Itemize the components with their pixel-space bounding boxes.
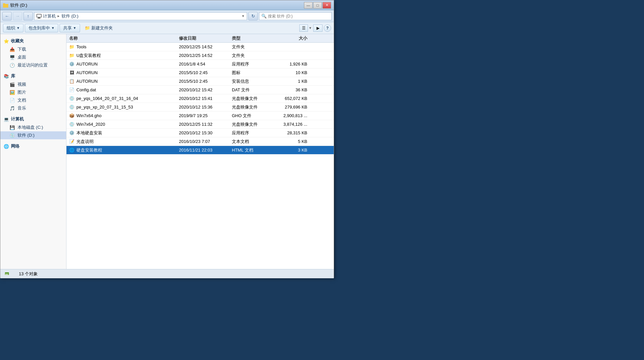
- file-date-cell: 2020/10/12 15:30: [179, 130, 232, 135]
- file-date-cell: 2020/10/12 15:41: [179, 96, 232, 101]
- table-row[interactable]: 📁 U盘安装教程 2020/12/25 14:52 文件夹: [66, 51, 334, 60]
- view-change-button[interactable]: ☰: [299, 24, 308, 32]
- organize-label: 组织: [7, 25, 15, 31]
- col-name-header[interactable]: 名称: [66, 35, 179, 41]
- col-size-header[interactable]: 大小: [272, 35, 311, 41]
- table-row[interactable]: 🌐 硬盘安装教程 2016/11/21 22:03 HTML 文档 3 KB: [66, 146, 334, 155]
- include-library-button[interactable]: 包含到库中 ▼: [25, 24, 58, 32]
- table-row[interactable]: ⚙️ AUTORUN 2016/1/8 4:54 应用程序 1,926 KB: [66, 60, 334, 68]
- file-name-cell: 📁 Tools: [66, 44, 179, 50]
- up-button[interactable]: ↑: [23, 12, 33, 21]
- refresh-button[interactable]: ↻: [248, 12, 258, 21]
- file-name-cell: ⚙️ 本地硬盘安装: [66, 130, 179, 136]
- path-drive-label: 软件 (D:): [62, 13, 78, 19]
- file-size-cell: 1,926 KB: [272, 62, 311, 67]
- back-button[interactable]: ←: [2, 12, 12, 21]
- video-label: 视频: [18, 81, 26, 87]
- file-name-label: Win7x64_2020: [76, 122, 105, 127]
- sidebar-item-documents[interactable]: 📄 文档: [0, 96, 66, 104]
- folder-icon: 📁: [69, 53, 74, 58]
- share-button[interactable]: 共享 ▼: [60, 24, 80, 32]
- table-row[interactable]: 💿 pe_yqs_1064_20_07_31_16_04 2020/10/12 …: [66, 94, 334, 103]
- path-computer-label: 计算机: [43, 13, 56, 19]
- organize-button[interactable]: 组织 ▼: [3, 24, 23, 32]
- table-row[interactable]: 📋 AUTORUN 2015/5/10 2:45 安装信息 1 KB: [66, 77, 334, 86]
- file-name-cell: 🖼 AUTORUN: [66, 70, 179, 75]
- table-row[interactable]: 📝 光盘说明 2016/10/23 7:07 文本文档 5 KB: [66, 137, 334, 146]
- sidebar-section-computer-header[interactable]: 💻 计算机: [0, 115, 66, 123]
- table-row[interactable]: 📄 Config.dat 2020/10/12 15:42 DAT 文件 36 …: [66, 86, 334, 94]
- file-size-cell: 1 KB: [272, 79, 311, 84]
- table-row[interactable]: 💿 pe_yqs_xp_20_07_31_15_53 2020/10/12 15…: [66, 103, 334, 112]
- music-label: 音乐: [18, 105, 26, 111]
- file-type-cell: 文件夹: [232, 53, 272, 59]
- desktop-icon: 🖥️: [10, 55, 15, 60]
- file-type-cell: GHO 文件: [232, 113, 272, 119]
- sidebar-item-d-drive[interactable]: 💿 软件 (D:): [0, 131, 66, 139]
- video-icon: 🎬: [10, 82, 15, 87]
- col-date-header[interactable]: 修改日期: [179, 35, 232, 41]
- search-box[interactable]: 🔍: [259, 12, 332, 20]
- sidebar-section-library-header[interactable]: 📚 库: [0, 72, 66, 80]
- new-folder-label: 新建文件夹: [91, 25, 113, 31]
- table-row[interactable]: 📁 Tools 2020/12/25 14:52 文件夹: [66, 43, 334, 51]
- address-bar: ← → ↑ 计算机 ► 软件 (D:) ▼ ↻ 🔍: [0, 10, 334, 22]
- include-library-label: 包含到库中: [28, 25, 50, 31]
- file-type-cell: 安装信息: [232, 78, 272, 84]
- close-button[interactable]: ✕: [322, 2, 331, 9]
- c-drive-icon: 💾: [10, 125, 15, 130]
- path-drive[interactable]: 软件 (D:): [62, 13, 78, 19]
- c-drive-label: 本地磁盘 (C:): [18, 124, 43, 130]
- toolbar: 组织 ▼ 包含到库中 ▼ 共享 ▼ 📁 新建文件夹 ☰ ▼ ▶ ?: [0, 22, 334, 34]
- downloads-label: 下载: [18, 46, 26, 52]
- path-computer[interactable]: 计算机 ►: [43, 13, 60, 19]
- file-date-cell: 2015/5/10 2:45: [179, 79, 232, 84]
- sidebar-section-favorites-header[interactable]: ⭐ 收藏夹: [0, 37, 66, 45]
- sidebar-section-computer: 💻 计算机 💾 本地磁盘 (C:) 💿 软件 (D:): [0, 115, 66, 139]
- status-count: 13 个对象: [19, 271, 38, 277]
- file-type-cell: HTML 文档: [232, 147, 272, 153]
- minimize-button[interactable]: —: [304, 2, 313, 9]
- pictures-label: 图片: [18, 89, 26, 95]
- table-row[interactable]: ⚙️ 本地硬盘安装 2020/10/12 15:30 应用程序 28,315 K…: [66, 129, 334, 137]
- recent-label: 最近访问的位置: [18, 62, 48, 68]
- explorer-window: 软件 (D:) — □ ✕ ← → ↑ 计算机 ► 软件 (D:) ▼: [0, 0, 334, 278]
- file-name-label: 光盘说明: [76, 139, 94, 145]
- search-input[interactable]: [268, 14, 329, 19]
- table-row[interactable]: 🖼 AUTORUN 2015/5/10 2:45 图标 10 KB: [66, 68, 334, 77]
- sidebar-item-c-drive[interactable]: 💾 本地磁盘 (C:): [0, 123, 66, 131]
- sidebar-item-desktop[interactable]: 🖥️ 桌面: [0, 53, 66, 61]
- preview-button[interactable]: ▶: [313, 24, 322, 32]
- address-path[interactable]: 计算机 ► 软件 (D:) ▼: [34, 12, 247, 20]
- new-folder-button[interactable]: 📁 新建文件夹: [81, 24, 116, 32]
- sidebar-item-downloads[interactable]: 📥 下载: [0, 45, 66, 53]
- file-size-cell: 652,072 KB: [272, 96, 311, 101]
- sidebar-item-music[interactable]: 🎵 音乐: [0, 104, 66, 112]
- file-date-cell: 2015/5/10 2:45: [179, 70, 232, 75]
- file-name-cell: 💿 pe_yqs_1064_20_07_31_16_04: [66, 96, 179, 101]
- col-type-header[interactable]: 类型: [232, 35, 272, 41]
- maximize-button[interactable]: □: [313, 2, 322, 9]
- html-icon: 🌐: [69, 148, 74, 153]
- sidebar-section-network-header[interactable]: 🌐 网络: [0, 142, 66, 151]
- gho-icon: 📦: [69, 113, 74, 118]
- sidebar-item-pictures[interactable]: 🖼️ 图片: [0, 88, 66, 96]
- sidebar-item-video[interactable]: 🎬 视频: [0, 80, 66, 88]
- table-row[interactable]: 📦 Win7x64.gho 2019/9/7 19:25 GHO 文件 2,90…: [66, 112, 334, 120]
- file-size-cell: 10 KB: [272, 70, 311, 75]
- file-name-label: AUTORUN: [76, 70, 98, 75]
- table-row[interactable]: 💿 Win7x64_2020 2020/12/25 11:32 光盘映像文件 3…: [66, 120, 334, 129]
- share-arrow-icon: ▼: [73, 26, 76, 30]
- forward-button[interactable]: →: [13, 12, 22, 21]
- path-dropdown-arrow[interactable]: ▼: [241, 14, 245, 18]
- status-bar: RE 13 个对象: [0, 269, 334, 278]
- file-rows-container: 📁 Tools 2020/12/25 14:52 文件夹 📁 U盘安装教程 20…: [66, 43, 334, 155]
- sidebar-item-recent[interactable]: 🕐 最近访问的位置: [0, 61, 66, 69]
- txt-icon: 📝: [69, 139, 74, 144]
- help-button[interactable]: ?: [324, 24, 331, 32]
- exe-icon: ⚙️: [69, 130, 74, 136]
- file-type-cell: 应用程序: [232, 61, 272, 67]
- sidebar-section-network: 🌐 网络: [0, 142, 66, 151]
- svg-rect-3: [38, 18, 40, 18]
- view-dropdown-icon[interactable]: ▼: [309, 26, 312, 30]
